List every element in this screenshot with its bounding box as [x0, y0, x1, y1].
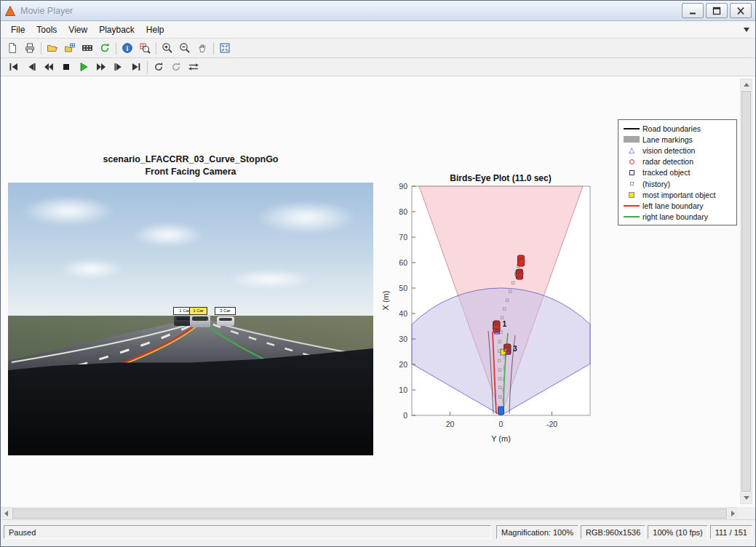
scroll-down-arrow[interactable]	[741, 492, 752, 503]
svg-text:-20: -20	[546, 420, 557, 428]
svg-text:20: 20	[446, 420, 455, 428]
svg-text:80: 80	[399, 207, 407, 216]
menu-bar: File Tools View Playback Help	[1, 21, 755, 39]
repeat-button[interactable]	[150, 59, 167, 75]
scroll-left-arrow[interactable]	[1, 508, 12, 519]
menubar-overflow-chevron-icon[interactable]	[744, 28, 749, 32]
toolbar-separator	[116, 42, 116, 55]
menu-file[interactable]: File	[5, 23, 31, 37]
status-bar: Paused Magnification: 100% RGB:960x1536 …	[1, 519, 755, 543]
last-frame-icon	[130, 61, 142, 73]
y-axis-tick-labels: 0 10 20 30 40 50 60 70 80 90	[399, 182, 407, 420]
open-file-button[interactable]	[44, 40, 61, 56]
maximize-button[interactable]	[706, 3, 728, 18]
menu-view[interactable]: View	[63, 23, 93, 37]
stop-button[interactable]	[57, 59, 75, 75]
status-frame-counter: 111 / 151	[710, 525, 752, 539]
last-frame-button[interactable]	[127, 59, 145, 75]
menu-help[interactable]: Help	[140, 23, 170, 37]
new-file-button[interactable]	[4, 40, 21, 56]
play-icon	[78, 61, 89, 73]
svg-text:10: 10	[399, 386, 407, 394]
close-button[interactable]	[730, 3, 752, 18]
right-lane-boundary-marker-icon	[621, 216, 642, 217]
svg-text:50: 50	[399, 284, 407, 292]
refresh-icon	[99, 42, 111, 54]
menu-playback[interactable]: Playback	[93, 23, 140, 37]
export-movie-button[interactable]	[79, 40, 96, 56]
x-axis-label: Y (m)	[491, 434, 511, 443]
camera-title-line2: Front Facing Camera	[8, 166, 373, 178]
legend-item: radar detection	[618, 156, 736, 167]
print-icon	[24, 42, 36, 54]
camera-title: scenario_LFACCRR_03_Curve_StopnGo Front …	[8, 153, 373, 178]
scroll-up-arrow[interactable]	[741, 79, 752, 90]
horizontal-scrollbar[interactable]	[1, 507, 739, 519]
export-frame-button[interactable]	[61, 40, 79, 56]
toolbar-separator	[156, 42, 156, 55]
legend-item: most important object	[618, 189, 736, 200]
window-title: Movie Player	[20, 6, 680, 16]
fast-forward-icon	[95, 61, 107, 73]
matlab-app-icon	[4, 5, 16, 17]
playback-direction-button[interactable]	[185, 59, 202, 75]
camera-view: 1 Car 1 Car 3 Car	[8, 183, 373, 455]
y-axis-label: X (m)	[381, 291, 390, 311]
most-important-object-marker-icon	[621, 192, 642, 198]
legend-item: left lane boundary	[618, 200, 736, 211]
vertical-scrollbar-thumb[interactable]	[741, 91, 751, 492]
first-frame-icon	[8, 61, 20, 73]
figure-canvas: scenario_LFACCRR_03_Curve_StopnGo Front …	[1, 76, 755, 507]
step-back-button[interactable]	[23, 59, 40, 75]
horizontal-scrollbar-thumb[interactable]	[12, 508, 727, 519]
step-forward-button[interactable]	[110, 59, 127, 75]
vertical-scrollbar[interactable]	[740, 79, 752, 504]
svg-text:70: 70	[399, 233, 407, 241]
svg-text:40: 40	[399, 309, 407, 318]
fit-to-window-icon	[219, 42, 231, 54]
svg-text:0: 0	[403, 411, 407, 420]
pixel-region-icon	[139, 42, 151, 54]
left-lane-boundary-marker-icon	[621, 205, 642, 207]
first-frame-button[interactable]	[5, 59, 23, 75]
info-icon: i	[122, 42, 133, 54]
menu-tools[interactable]: Tools	[31, 23, 63, 37]
playback-toolbar	[1, 58, 755, 76]
loop-button[interactable]	[167, 59, 185, 75]
fit-to-window-button[interactable]	[216, 40, 234, 56]
new-file-icon	[7, 42, 18, 54]
repeat-icon	[153, 61, 164, 73]
svg-text:i: i	[127, 44, 129, 52]
x-axis-tick-labels: 20 0 -20	[446, 420, 558, 428]
pan-hand-icon	[196, 42, 208, 54]
plot-title: Birds-Eye Plot (11.0 sec)	[450, 173, 551, 183]
print-button[interactable]	[21, 40, 39, 56]
camera-title-line1: scenario_LFACCRR_03_Curve_StopnGo	[8, 153, 373, 166]
fast-forward-button[interactable]	[92, 59, 110, 75]
legend-item: (history)	[618, 178, 736, 189]
play-button[interactable]	[75, 59, 92, 75]
legend-item: △ vision detection	[618, 145, 736, 156]
zoom-out-button[interactable]	[176, 40, 194, 56]
minimize-button[interactable]	[682, 3, 704, 18]
legend-item: Road boundaries	[618, 123, 736, 134]
pixel-region-button[interactable]	[136, 40, 154, 56]
playback-direction-icon	[187, 61, 200, 73]
close-icon	[736, 7, 746, 15]
export-frame-icon	[64, 42, 76, 54]
svg-text:60: 60	[399, 258, 407, 267]
main-toolbar: i	[1, 39, 755, 58]
pan-button[interactable]	[194, 40, 211, 56]
title-bar[interactable]: Movie Player	[1, 1, 755, 21]
step-back-icon	[25, 61, 37, 73]
vehicle-annotation-label: 3 Car	[215, 307, 236, 315]
refresh-button[interactable]	[96, 40, 114, 56]
rewind-button[interactable]	[40, 59, 57, 75]
status-magnification[interactable]: Magnification: 100%	[496, 525, 578, 539]
vehicle-sprite-mio	[190, 315, 210, 327]
zoom-in-button[interactable]	[159, 40, 176, 56]
info-button[interactable]: i	[119, 40, 136, 56]
zoom-in-icon	[162, 42, 173, 54]
svg-text:20: 20	[399, 360, 407, 369]
stop-icon	[60, 61, 72, 73]
